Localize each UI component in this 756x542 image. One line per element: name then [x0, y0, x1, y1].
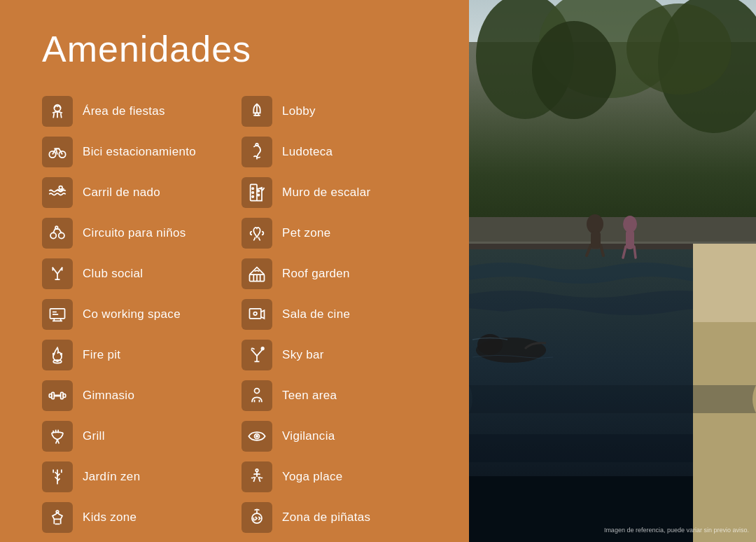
bici-label: Bici estacionamiento [83, 145, 196, 159]
svg-point-58 [261, 347, 264, 350]
amenity-bici: Bici estacionamiento [42, 132, 227, 172]
carril-nado-icon [42, 177, 73, 208]
svg-rect-77 [693, 244, 756, 328]
right-panel: Imagen de referencia, puede variar sin p… [469, 0, 756, 542]
coworking-icon [42, 299, 73, 330]
circuito-icon [42, 218, 73, 249]
pet-zone-label: Pet zone [282, 226, 331, 240]
svg-point-45 [252, 188, 253, 189]
amenity-muro: Muro de escalar [241, 172, 427, 213]
amenity-grill: Grill [42, 416, 227, 457]
svg-point-55 [253, 312, 257, 316]
sky-bar-icon [241, 340, 272, 370]
amenity-area-fiestas: Área de fiestas [42, 91, 227, 132]
svg-point-8 [50, 232, 56, 238]
svg-point-49 [258, 194, 259, 195]
grill-icon [42, 421, 73, 452]
svg-point-48 [258, 190, 259, 192]
svg-point-9 [59, 232, 64, 238]
svg-rect-76 [469, 244, 693, 249]
pet-zone-icon [241, 218, 272, 249]
teen-area-icon [241, 380, 272, 411]
sky-bar-label: Sky bar [282, 348, 324, 362]
amenity-teen-area: Teen area [241, 375, 427, 416]
svg-point-7 [59, 186, 62, 190]
lobby-label: Lobby [282, 104, 316, 118]
svg-point-10 [55, 226, 58, 229]
kids-zone-label: Kids zone [83, 510, 136, 524]
amenity-club-social: Club social [42, 253, 227, 294]
roof-garden-icon [241, 258, 272, 289]
amenity-yoga: Yoga place [241, 457, 427, 497]
svg-point-79 [587, 214, 603, 234]
kids-zone-icon [42, 502, 73, 533]
svg-point-84 [477, 334, 503, 355]
amenities-grid: Área de fiestas Bici estacionamiento Car… [42, 91, 427, 538]
zona-pinatas-label: Zona de piñatas [282, 510, 370, 524]
svg-point-46 [252, 192, 253, 193]
amenity-roof-garden: Roof garden [241, 253, 427, 294]
svg-point-71 [532, 21, 616, 119]
grill-label: Grill [83, 429, 105, 443]
club-social-icon [42, 258, 73, 289]
sala-cine-label: Sala de cine [282, 307, 350, 321]
svg-rect-14 [50, 309, 65, 319]
svg-point-62 [255, 469, 258, 472]
disclaimer-text: Imagen de referencia, puede variar sin p… [604, 527, 749, 534]
svg-rect-54 [250, 309, 261, 319]
ludoteca-icon [241, 137, 272, 167]
amenity-coworking: Co working space [42, 294, 227, 335]
amenity-circuito: Circuito para niños [42, 213, 227, 253]
amenity-jardin: Jardín zen [42, 457, 227, 497]
yoga-icon [241, 461, 272, 492]
svg-point-59 [255, 389, 260, 394]
zona-pinatas-icon [241, 502, 272, 533]
svg-line-27 [57, 440, 59, 444]
fire-pit-icon [42, 340, 73, 370]
svg-point-72 [626, 4, 732, 95]
coworking-label: Co working space [83, 307, 181, 321]
bici-icon [42, 137, 73, 167]
svg-point-47 [252, 196, 253, 197]
amenity-sky-bar: Sky bar [241, 335, 427, 375]
left-panel: Amenidades Área de fiestas Bici estacion… [0, 0, 469, 542]
carril-nado-label: Carril de nado [83, 186, 160, 200]
vigilancia-icon [241, 421, 272, 452]
yoga-label: Yoga place [282, 470, 343, 484]
svg-line-1 [53, 113, 54, 118]
amenity-vigilancia: Vigilancia [241, 416, 427, 457]
amenity-lobby: Lobby [241, 91, 427, 132]
jardin-icon [42, 461, 73, 492]
roof-garden-label: Roof garden [282, 267, 350, 281]
svg-point-61 [256, 436, 258, 437]
page-title: Amenidades [42, 28, 427, 70]
sala-cine-icon [241, 299, 272, 330]
amenity-gimnasio: Gimnasio [42, 375, 227, 416]
amenity-fire-pit: Fire pit [42, 335, 227, 375]
svg-rect-78 [693, 322, 756, 542]
ludoteca-label: Ludoteca [282, 145, 332, 159]
amenity-carril-nado: Carril de nado [42, 172, 227, 213]
amenity-ludoteca: Ludoteca [241, 132, 427, 172]
fire-pit-label: Fire pit [83, 348, 120, 362]
svg-rect-24 [61, 392, 64, 398]
amenity-zona-pinatas: Zona de piñatas [241, 497, 427, 538]
vigilancia-label: Vigilancia [282, 429, 335, 443]
muro-label: Muro de escalar [282, 186, 370, 200]
muro-icon [241, 177, 272, 208]
amenity-sala-cine: Sala de cine [241, 294, 427, 335]
svg-rect-73 [469, 217, 756, 245]
amenity-kids-zone: Kids zone [42, 497, 227, 538]
club-social-label: Club social [83, 267, 143, 281]
lobby-icon [241, 96, 272, 127]
teen-area-label: Teen area [282, 389, 337, 403]
gimnasio-label: Gimnasio [83, 389, 134, 403]
amenities-right-column: Lobby Ludoteca Muro de escalar Pet zone [241, 91, 427, 538]
svg-point-42 [255, 144, 258, 146]
area-fiestas-icon [42, 96, 73, 127]
amenity-pet-zone: Pet zone [241, 213, 427, 253]
gimnasio-icon [42, 380, 73, 411]
area-fiestas-label: Área de fiestas [83, 104, 165, 118]
svg-rect-82 [626, 230, 634, 249]
svg-rect-23 [52, 392, 55, 398]
